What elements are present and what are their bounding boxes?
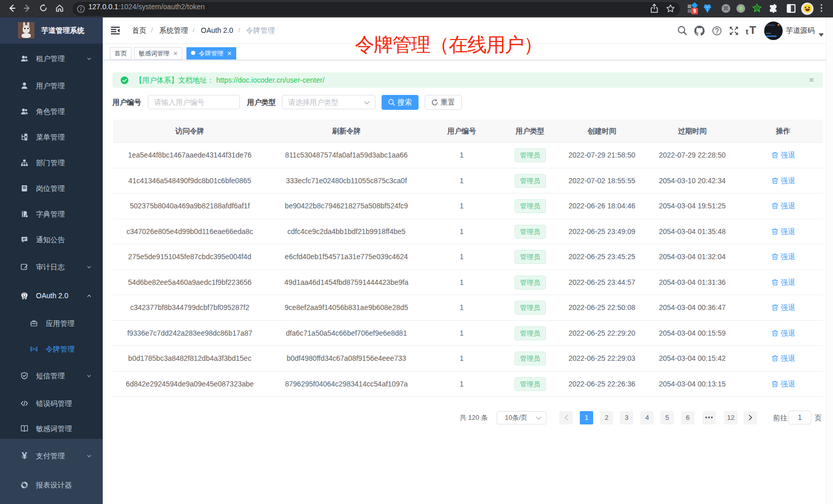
svg-text:A: A (33, 347, 35, 351)
